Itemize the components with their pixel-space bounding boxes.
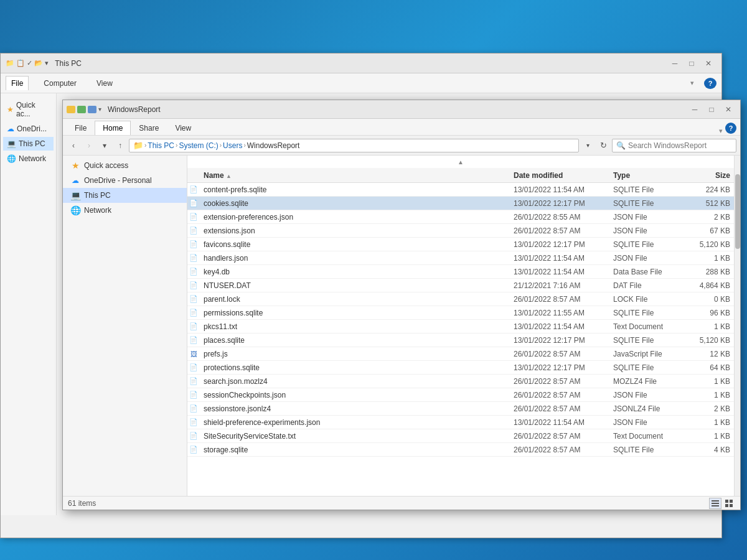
forward-button[interactable]: ›	[82, 139, 96, 152]
sidebar-item-quick-access[interactable]: ★ Quick access	[63, 158, 187, 173]
search-input[interactable]	[628, 141, 732, 150]
table-row[interactable]: 🖼 prefs.js 26/01/2022 8:57 AM JavaScript…	[187, 347, 734, 361]
sort-arrow-name: ▲	[226, 173, 232, 179]
table-row[interactable]: 📄 sessionstore.jsonlz4 26/01/2022 8:57 A…	[187, 402, 734, 416]
breadcrumb-users[interactable]: Users	[223, 141, 242, 150]
file-date: 26/01/2022 8:57 AM	[510, 404, 609, 413]
details-view-button[interactable]	[709, 498, 721, 509]
bg-sidebar-quick-access[interactable]: ★ Quick ac...	[3, 98, 54, 121]
minimize-button[interactable]: ─	[687, 103, 703, 116]
file-size: 1 KB	[684, 254, 734, 263]
table-row[interactable]: 📄 shield-preference-experiments.json 13/…	[187, 416, 734, 429]
table-row[interactable]: 📄 protections.sqlite 13/01/2022 12:17 PM…	[187, 361, 734, 375]
sidebar-item-network[interactable]: 🌐 Network	[63, 203, 187, 218]
file-type: Text Document	[609, 432, 684, 441]
table-row[interactable]: 📄 favicons.sqlite 13/01/2022 12:17 PM SQ…	[187, 238, 734, 251]
file-date: 26/01/2022 8:57 AM	[510, 391, 609, 399]
svg-rect-2	[712, 505, 719, 506]
col-name-header[interactable]: Name ▲	[200, 171, 510, 180]
table-row[interactable]: 📄 parent.lock 26/01/2022 8:57 AM LOCK Fi…	[187, 292, 734, 306]
window-controls[interactable]: ─ □ ✕	[687, 103, 736, 116]
file-size: 224 KB	[684, 185, 734, 194]
table-row[interactable]: 📄 permissions.sqlite 13/01/2022 11:55 AM…	[187, 306, 734, 320]
table-row[interactable]: 📄 storage.sqlite 26/01/2022 8:57 AM SQLI…	[187, 443, 734, 457]
bg-tab-view[interactable]: View	[92, 77, 118, 90]
ribbon: File Home Share View ▾ ?	[63, 119, 740, 136]
table-row[interactable]: 📄 cookies.sqlite 13/01/2022 12:17 PM SQL…	[187, 197, 734, 210]
file-size: 1 KB	[684, 377, 734, 386]
sidebar: ★ Quick access ☁ OneDrive - Personal 💻 T…	[63, 156, 187, 496]
bg-sidebar-onedrive[interactable]: ☁ OneDri...	[3, 122, 54, 136]
tab-file[interactable]: File	[67, 121, 95, 135]
dropdown-recent-button[interactable]: ▾	[98, 139, 111, 152]
table-row[interactable]: 📄 places.sqlite 13/01/2022 12:17 PM SQLI…	[187, 334, 734, 347]
bg-sidebar-thispc[interactable]: 💻 This PC	[3, 137, 54, 151]
table-row[interactable]: 📄 key4.db 13/01/2022 11:54 AM Data Base …	[187, 265, 734, 279]
file-date: 26/01/2022 8:57 AM	[510, 226, 609, 235]
table-row[interactable]: 📄 SiteSecurityServiceState.txt 26/01/202…	[187, 429, 734, 443]
bg-close-button[interactable]: ✕	[700, 57, 716, 70]
large-icons-view-button[interactable]	[723, 498, 735, 509]
sidebar-label-quick-access: Quick access	[84, 161, 128, 170]
file-size: 67 KB	[684, 226, 734, 235]
file-date: 13/01/2022 12:17 PM	[510, 336, 609, 345]
file-type: JSON File	[609, 254, 684, 263]
bg-maximize-button[interactable]: □	[684, 57, 700, 70]
up-button[interactable]: ↑	[113, 139, 127, 152]
bg-title-text: This PC	[52, 59, 667, 68]
tab-view[interactable]: View	[167, 121, 199, 135]
breadcrumb-system[interactable]: System (C:)	[179, 141, 218, 150]
search-bar[interactable]: 🔍	[612, 139, 736, 152]
bg-minimize-button[interactable]: ─	[667, 57, 683, 70]
sidebar-item-thispc[interactable]: 💻 This PC	[63, 188, 187, 203]
file-size: 1 KB	[684, 432, 734, 441]
maximize-button[interactable]: □	[703, 103, 720, 116]
large-icons-view-icon	[725, 499, 733, 508]
col-type-header[interactable]: Type	[609, 171, 684, 180]
breadcrumb-windowsreport: WindowsReport	[247, 141, 300, 150]
sidebar-item-onedrive[interactable]: ☁ OneDrive - Personal	[63, 173, 187, 188]
thispc-icon: 💻	[70, 190, 80, 200]
table-row[interactable]: 📄 content-prefs.sqlite 13/01/2022 11:54 …	[187, 183, 734, 197]
col-date-header[interactable]: Date modified	[510, 171, 609, 180]
col-size-header[interactable]: Size	[684, 171, 734, 180]
file-size: 5,120 KB	[684, 336, 734, 345]
table-row[interactable]: 📄 search.json.mozlz4 26/01/2022 8:57 AM …	[187, 375, 734, 388]
table-row[interactable]: 📄 sessionCheckpoints.json 26/01/2022 8:5…	[187, 388, 734, 402]
file-icon: 📄	[187, 404, 200, 413]
file-date: 21/12/2021 7:16 AM	[510, 281, 609, 290]
back-button[interactable]: ‹	[67, 139, 80, 152]
breadcrumb-thispc[interactable]: This PC	[148, 141, 174, 150]
collapse-arrow[interactable]: ▲	[187, 156, 734, 168]
file-type: SQLITE File	[609, 199, 684, 208]
close-button[interactable]: ✕	[720, 103, 736, 116]
breadcrumb-sep-2: ›	[220, 142, 222, 149]
file-date: 13/01/2022 12:17 PM	[510, 199, 609, 208]
file-name: parent.lock	[200, 295, 510, 304]
table-row[interactable]: 📄 extension-preferences.json 26/01/2022 …	[187, 210, 734, 224]
tab-home[interactable]: Home	[95, 121, 131, 135]
breadcrumb-dropdown-button[interactable]: ▾	[581, 139, 594, 152]
bg-sidebar-network[interactable]: 🌐 Network	[3, 152, 54, 166]
file-name: SiteSecurityServiceState.txt	[200, 432, 510, 441]
table-row[interactable]: 📄 extensions.json 26/01/2022 8:57 AM JSO…	[187, 224, 734, 238]
bg-window-controls[interactable]: ─ □ ✕	[667, 57, 716, 70]
file-size: 2 KB	[684, 213, 734, 222]
refresh-button[interactable]: ↻	[596, 139, 610, 152]
table-row[interactable]: 📄 handlers.json 13/01/2022 11:54 AM JSON…	[187, 251, 734, 265]
scrollbar-thumb[interactable]	[735, 174, 740, 249]
table-row[interactable]: 📄 pkcs11.txt 13/01/2022 11:54 AM Text Do…	[187, 320, 734, 334]
bg-tab-computer[interactable]: Computer	[39, 77, 82, 90]
bg-tab-file[interactable]: File	[6, 76, 29, 90]
sidebar-label-onedrive: OneDrive - Personal	[84, 176, 152, 185]
file-icon: 📄	[187, 432, 200, 440]
scrollbar-track[interactable]	[734, 156, 740, 496]
file-icon: 📄	[187, 281, 200, 289]
table-row[interactable]: 📄 NTUSER.DAT 21/12/2021 7:16 AM DAT File…	[187, 279, 734, 292]
svg-rect-4	[730, 500, 733, 503]
tab-share[interactable]: Share	[131, 121, 167, 135]
file-icon: 📄	[187, 322, 200, 330]
bg-ribbon: File Computer View ▾ ?	[1, 73, 721, 93]
main-window: ▾ WindowsReport ─ □ ✕ File Home Share Vi…	[62, 100, 741, 510]
file-name: NTUSER.DAT	[200, 281, 510, 290]
